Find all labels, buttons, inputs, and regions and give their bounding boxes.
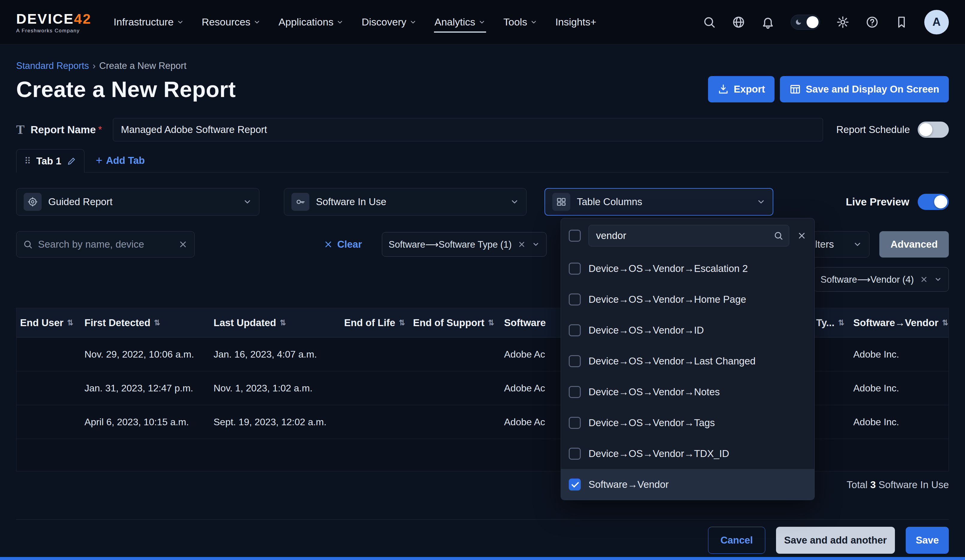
- header-actions: Export Save and Display On Screen: [708, 76, 949, 103]
- column-option[interactable]: Device→OS→Vendor→Tags: [561, 407, 815, 438]
- column-option-label: Software→Vendor: [589, 479, 669, 490]
- tab-bar: ⠿ Tab 1 + Add Tab: [16, 149, 949, 173]
- data-source-select[interactable]: Software In Use: [284, 188, 527, 216]
- chevron-down-icon[interactable]: [934, 276, 942, 283]
- nav-item-label: Analytics: [435, 16, 475, 28]
- nav-item-applications[interactable]: Applications: [278, 11, 344, 33]
- checkbox[interactable]: [569, 386, 581, 398]
- sort-icon[interactable]: ⇅: [280, 318, 286, 327]
- report-type-select[interactable]: Guided Report: [16, 188, 259, 216]
- toggle-knob: [919, 123, 932, 136]
- checkbox[interactable]: [569, 263, 581, 274]
- column-header-last-updated[interactable]: Last Updated⇅: [210, 317, 340, 328]
- sort-icon[interactable]: ⇅: [838, 318, 844, 327]
- chevron-down-icon[interactable]: [532, 240, 540, 248]
- cell-last-updated: Jan. 16, 2023, 4:07 a.m.: [210, 349, 340, 360]
- export-button[interactable]: Export: [708, 76, 775, 103]
- column-header-end-of-support[interactable]: End of Support⇅: [409, 317, 500, 328]
- theme-toggle[interactable]: [791, 15, 820, 29]
- top-navbar: DEVICE42 A Freshworks Company Infrastruc…: [0, 0, 965, 44]
- column-option[interactable]: Software→Vendor: [561, 469, 815, 500]
- table-columns-select[interactable]: Table Columns: [545, 188, 773, 216]
- cell-first-detected: Nov. 29, 2022, 10:06 a.m.: [81, 349, 210, 360]
- clear-filters-button[interactable]: Clear: [324, 239, 362, 250]
- bookmark-icon[interactable]: [895, 16, 908, 29]
- moon-icon: [795, 18, 802, 26]
- sort-icon[interactable]: ⇅: [488, 318, 494, 327]
- close-icon: [797, 231, 806, 240]
- page-title: Create a New Report: [16, 77, 236, 102]
- nav-item-resources[interactable]: Resources: [201, 11, 262, 33]
- report-name-row: T Report Name * Report Schedule: [16, 118, 949, 141]
- toggle-knob: [934, 195, 947, 209]
- checkbox[interactable]: [569, 324, 581, 336]
- advanced-button[interactable]: Advanced: [879, 231, 949, 258]
- gear-icon[interactable]: [836, 16, 849, 29]
- column-option[interactable]: Device→OS→Vendor→TDX_ID: [561, 438, 815, 469]
- bell-icon[interactable]: [761, 16, 775, 29]
- guided-report-icon: [24, 193, 42, 211]
- key-icon: [291, 193, 309, 211]
- column-header-software-vendor[interactable]: Software→Vendor⇅: [850, 317, 949, 328]
- sort-icon[interactable]: ⇅: [942, 318, 948, 327]
- nav-item-label: Tools: [504, 16, 527, 28]
- help-icon[interactable]: [865, 16, 879, 29]
- column-option[interactable]: Device→OS→Vendor→Home Page: [561, 284, 815, 315]
- breadcrumb-parent-link[interactable]: Standard Reports: [16, 60, 89, 71]
- software-type-filter-chip[interactable]: Software⟶Software Type (1): [382, 232, 547, 256]
- save-button[interactable]: Save: [906, 527, 949, 554]
- nav-item-discovery[interactable]: Discovery: [361, 11, 417, 33]
- dropdown-search-input[interactable]: [589, 225, 789, 247]
- checkbox[interactable]: [569, 294, 581, 305]
- avatar[interactable]: A: [924, 10, 949, 34]
- column-option[interactable]: Device→OS→Vendor→Notes: [561, 376, 815, 407]
- live-preview-toggle[interactable]: [918, 194, 949, 210]
- close-icon[interactable]: [178, 240, 188, 249]
- vendor-filter-chip[interactable]: Software⟶Vendor (4): [813, 267, 949, 292]
- nav-item-infrastructure[interactable]: Infrastructure: [113, 11, 184, 33]
- search-icon[interactable]: [703, 16, 716, 29]
- report-controls-row: Guided Report Software In Use Table Colu…: [16, 188, 949, 216]
- column-header-end-of-life[interactable]: End of Life⇅: [340, 317, 409, 328]
- sort-icon[interactable]: ⇅: [67, 318, 74, 327]
- tab-1[interactable]: ⠿ Tab 1: [16, 149, 85, 173]
- export-button-label: Export: [734, 83, 765, 95]
- column-header-software-type[interactable]: Ty...⇅: [813, 317, 850, 328]
- cancel-button[interactable]: Cancel: [708, 527, 765, 554]
- nav-item-tools[interactable]: Tools: [503, 11, 538, 33]
- required-asterisk: *: [98, 124, 102, 136]
- clear-label: Clear: [337, 239, 362, 250]
- chevron-down-icon: [478, 19, 486, 26]
- column-option[interactable]: Device→OS→Vendor→Last Changed: [561, 346, 815, 376]
- column-label: Ty...: [816, 317, 834, 328]
- add-tab-button[interactable]: + Add Tab: [96, 154, 145, 172]
- column-header-first-detected[interactable]: First Detected⇅: [81, 317, 210, 328]
- edit-icon[interactable]: [67, 156, 76, 166]
- report-name-input[interactable]: [113, 118, 823, 141]
- sort-icon[interactable]: ⇅: [399, 318, 405, 327]
- select-all-checkbox[interactable]: [569, 230, 581, 242]
- brand-logo[interactable]: DEVICE42 A Freshworks Company: [16, 10, 92, 34]
- nav-item-analytics[interactable]: Analytics: [434, 11, 486, 33]
- report-schedule-toggle[interactable]: [918, 122, 949, 138]
- save-display-button[interactable]: Save and Display On Screen: [780, 76, 949, 103]
- drag-handle-icon[interactable]: ⠿: [24, 156, 31, 166]
- checkbox[interactable]: [569, 448, 581, 460]
- globe-icon[interactable]: [732, 16, 745, 29]
- checkbox[interactable]: [569, 417, 581, 429]
- advanced-label: Advanced: [890, 239, 938, 250]
- nav-item-insights[interactable]: Insights+: [554, 11, 597, 33]
- column-header-end-user[interactable]: End User⇅: [16, 317, 81, 328]
- checkbox[interactable]: [569, 478, 581, 490]
- checkbox[interactable]: [569, 355, 581, 367]
- close-icon[interactable]: [518, 240, 526, 248]
- column-option[interactable]: Device→OS→Vendor→Escalation 2: [561, 253, 815, 284]
- save-and-add-another-button[interactable]: Save and add another: [776, 527, 895, 554]
- dropdown-clear-search[interactable]: [797, 231, 806, 240]
- report-name-label: Report Name: [31, 124, 96, 136]
- close-icon[interactable]: [920, 275, 928, 284]
- column-option[interactable]: Device→OS→Vendor→ID: [561, 315, 815, 346]
- close-icon: [324, 240, 333, 249]
- search-input[interactable]: [38, 239, 173, 250]
- sort-icon[interactable]: ⇅: [154, 318, 160, 327]
